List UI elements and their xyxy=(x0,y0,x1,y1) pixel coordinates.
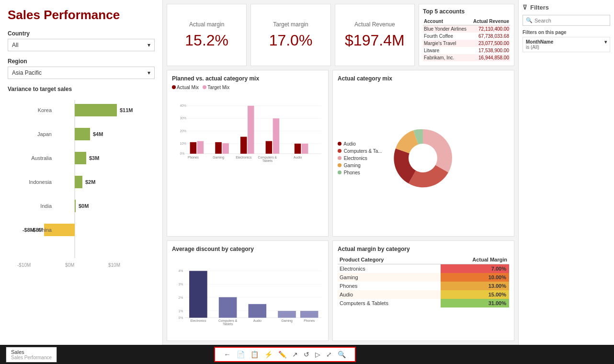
page-icon[interactable]: 📄 xyxy=(235,350,246,359)
undo-icon[interactable]: ↺ xyxy=(302,350,311,359)
svg-text:40%: 40% xyxy=(180,104,187,107)
actual-mix-card: Actual category mix Audio Computers & Ta… xyxy=(332,70,514,237)
margin-row: Computers & Tablets 31.00% xyxy=(338,299,509,307)
kpi-actual-margin: Actual margin 15.2% xyxy=(167,4,247,66)
legend-audio: Audio xyxy=(338,141,382,147)
actual-mix-title: Actual category mix xyxy=(338,75,509,82)
svg-text:-$10M: -$10M xyxy=(17,262,31,268)
top5-col-revenue: Actual Revenue xyxy=(470,18,510,25)
donut-chart-svg xyxy=(387,122,459,194)
search-input[interactable] xyxy=(534,18,607,23)
top5-row: Margie's Travel23,077,500.00 xyxy=(423,40,510,47)
bottom-tabs: Sales Sales Performance xyxy=(6,347,57,363)
variance-chart: $11M Korea $4M Japan $3M Australia $2M I… xyxy=(8,95,155,277)
variance-section: Variance to target sales $11M Korea $4M … xyxy=(8,86,155,277)
svg-text:0%: 0% xyxy=(180,152,185,155)
main-content: Actual margin 15.2% Target margin 17.0% … xyxy=(163,0,518,345)
svg-text:Japan: Japan xyxy=(37,131,52,137)
page-title: Sales Performance xyxy=(8,8,155,23)
svg-rect-42 xyxy=(302,144,308,154)
top5-revenue: 72,110,400.00 xyxy=(470,25,510,33)
bottom-charts-row: Average discount by category 4% 3% 2% 1%… xyxy=(167,240,514,341)
svg-rect-10 xyxy=(75,176,82,188)
country-label: Country xyxy=(8,30,155,37)
svg-text:Audio: Audio xyxy=(294,156,302,159)
svg-text:Korea: Korea xyxy=(38,107,52,113)
search-box[interactable]: 🔍 xyxy=(523,15,610,26)
svg-text:$2M: $2M xyxy=(85,179,95,185)
margin-row: Phones 13.00% xyxy=(338,282,509,290)
region-select[interactable]: Asia Pacific ▾ xyxy=(8,67,155,79)
svg-rect-7 xyxy=(75,152,86,164)
pva-chart-svg: 40% 30% 20% 10% 0% xyxy=(172,92,323,169)
month-name-filter[interactable]: MonthName ▾ is (All) xyxy=(523,37,610,52)
legend-gaming: Gaming xyxy=(338,163,382,168)
svg-text:Electronics: Electronics xyxy=(236,156,252,159)
back-icon[interactable]: ← xyxy=(223,350,232,359)
margin-col-category: Product Category xyxy=(338,255,441,264)
top5-row: Litware17,538,900.00 xyxy=(423,47,510,54)
sales-tab[interactable]: Sales Sales Performance xyxy=(6,347,57,363)
zoom-icon[interactable]: 🔍 xyxy=(336,350,347,359)
month-name-filter-header[interactable]: MonthName ▾ xyxy=(526,39,607,45)
svg-text:10%: 10% xyxy=(180,142,187,145)
kpi-target-margin-value: 17.0% xyxy=(269,32,313,49)
svg-text:$3M: $3M xyxy=(89,155,99,161)
top5-account: Fabrikam, Inc. xyxy=(423,54,470,61)
top5-table: Account Actual Revenue Blue Yonder Airli… xyxy=(423,18,510,61)
top5-col-account: Account xyxy=(423,18,470,25)
variance-svg: $11M Korea $4M Japan $3M Australia $2M I… xyxy=(8,95,142,277)
actual-mix-legend-dot: Actual Mix xyxy=(172,85,199,90)
svg-text:Audio: Audio xyxy=(253,319,262,322)
svg-text:Gaming: Gaming xyxy=(281,319,293,323)
svg-rect-38 xyxy=(248,106,254,154)
top5-revenue: 17,538,900.00 xyxy=(470,47,510,54)
margin-category: Gaming xyxy=(338,273,441,282)
svg-rect-13 xyxy=(75,200,76,212)
margin-value: 10.00% xyxy=(441,273,509,282)
margin-value: 15.00% xyxy=(441,290,509,299)
expand-icon[interactable]: ⤢ xyxy=(325,350,333,359)
margin-col-value: Actual Margin xyxy=(441,255,509,264)
search-icon: 🔍 xyxy=(526,17,533,23)
kpi-row: Actual margin 15.2% Target margin 17.0% … xyxy=(167,4,514,66)
legend-electronics: Electronics xyxy=(338,156,382,161)
svg-text:Phones: Phones xyxy=(188,156,199,159)
top5-row: Fourth Coffee67,738,033.68 xyxy=(423,33,510,40)
power-icon[interactable]: ⚡ xyxy=(263,350,274,359)
avg-discount-svg: 4% 3% 2% 1% 0% xyxy=(172,255,323,332)
copy-icon[interactable]: 📋 xyxy=(249,350,260,359)
svg-rect-61 xyxy=(219,297,237,318)
svg-rect-4 xyxy=(75,128,90,140)
country-select[interactable]: All ▾ xyxy=(8,39,155,51)
svg-rect-33 xyxy=(190,142,197,154)
variance-title: Variance to target sales xyxy=(8,86,155,92)
tab-sublabel: Sales Performance xyxy=(11,355,52,360)
play-icon[interactable]: ▷ xyxy=(314,350,322,359)
share-icon[interactable]: ↗ xyxy=(291,350,299,359)
left-panel: Sales Performance Country All ▾ Region A… xyxy=(0,0,163,345)
svg-rect-60 xyxy=(189,271,207,318)
kpi-target-margin-label: Target margin xyxy=(273,21,308,28)
svg-point-49 xyxy=(409,144,437,172)
svg-rect-35 xyxy=(215,142,222,154)
top5-revenue: 67,738,033.68 xyxy=(470,33,510,40)
kpi-actual-revenue: Actual Revenue $197.4M xyxy=(335,4,415,66)
svg-rect-40 xyxy=(273,118,280,154)
pva-legend: Actual Mix Target Mix xyxy=(172,85,323,90)
top5-row: Fabrikam, Inc.16,944,858.00 xyxy=(423,54,510,61)
pencil-icon[interactable]: ✏️ xyxy=(277,350,288,359)
target-mix-legend-dot: Target Mix xyxy=(203,85,229,90)
filters-panel: ⊽ Filters 🔍 Filters on this page MonthNa… xyxy=(518,0,614,345)
top5-account: Fourth Coffee xyxy=(423,33,470,40)
svg-text:Phones: Phones xyxy=(304,319,315,322)
toolbar-center: ← 📄 📋 ⚡ ✏️ ↗ ↺ ▷ ⤢ 🔍 xyxy=(214,347,356,362)
chevron-down-icon: ▾ xyxy=(148,42,150,48)
svg-text:$0M: $0M xyxy=(65,262,74,268)
top5-account: Litware xyxy=(423,47,470,54)
top5-title: Top 5 accounts xyxy=(423,8,510,15)
svg-text:20%: 20% xyxy=(180,129,187,133)
top5-revenue: 16,944,858.00 xyxy=(470,54,510,61)
top5-account: Margie's Travel xyxy=(423,40,470,47)
svg-text:1%: 1% xyxy=(179,309,183,313)
